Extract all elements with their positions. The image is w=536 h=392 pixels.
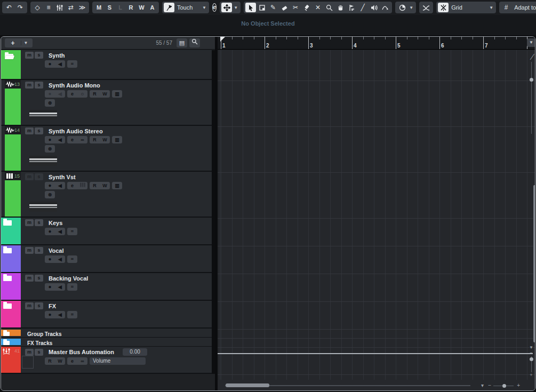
snap-type-value[interactable]: Grid: [449, 4, 487, 11]
mute-button[interactable]: m: [25, 349, 34, 356]
hand-tool[interactable]: [335, 3, 346, 12]
color-tool-dropdown-icon[interactable]: ▼: [408, 5, 414, 10]
record-enable-button[interactable]: ●: [45, 311, 55, 318]
record-enable-button[interactable]: ●: [45, 182, 55, 189]
track-row-fx-tracks[interactable]: FX Tracks: [1, 338, 215, 347]
solo-button[interactable]: s: [35, 127, 43, 134]
edit-instrument-button[interactable]: [77, 182, 87, 189]
track-row-fx[interactable]: m s FX ●◀ =: [1, 301, 215, 329]
show-lanes-button[interactable]: ▥: [112, 90, 122, 98]
track-name[interactable]: Backing Vocal: [49, 275, 88, 282]
suspend-automation-button[interactable]: A: [147, 4, 157, 11]
automation-parameter-select[interactable]: Volume: [90, 357, 146, 365]
automation-panel-button[interactable]: e: [212, 3, 217, 12]
channel-strip-button[interactable]: =: [67, 60, 77, 68]
monitor-button[interactable]: ◀: [55, 228, 65, 235]
mute-button[interactable]: m: [25, 302, 34, 309]
track-row-keys[interactable]: m s Keys ●◀ =: [1, 218, 215, 245]
timeline-ruler[interactable]: 1 2 3 4 5 6 7 ▼: [218, 37, 535, 50]
record-enable-button[interactable]: ●: [45, 283, 55, 291]
record-enable-button[interactable]: ●: [45, 90, 55, 98]
track-color-strip[interactable]: [1, 245, 21, 272]
solo-button[interactable]: s: [35, 275, 43, 282]
automation-mode-icon[interactable]: [164, 3, 174, 12]
track-height-preset-icon[interactable]: ▾: [528, 345, 534, 350]
edit-channel-button[interactable]: e: [67, 182, 77, 189]
horizontal-zoom-thumb[interactable]: [502, 384, 506, 388]
mute-button[interactable]: m: [25, 82, 34, 89]
track-name[interactable]: FX: [49, 303, 56, 309]
skip-icon[interactable]: ≫: [77, 3, 87, 12]
mute-button[interactable]: m: [25, 173, 34, 180]
zoom-preset-dropdown-icon[interactable]: ▾: [481, 382, 484, 388]
grid-type-value[interactable]: Adapt to Zoom: [512, 4, 536, 11]
snap-type-dropdown-icon[interactable]: ▼: [488, 5, 494, 10]
read-automation-button[interactable]: R: [45, 357, 55, 365]
solo-button[interactable]: s: [35, 219, 43, 226]
track-color-strip[interactable]: [1, 301, 21, 327]
autoscroll-dropdown-icon[interactable]: ▼: [233, 5, 239, 10]
horizontal-scrollbar-thumb[interactable]: [226, 383, 269, 387]
vertical-zoom-in-icon[interactable]: +: [528, 372, 534, 378]
monitor-button[interactable]: ◀: [55, 255, 65, 263]
track-row-master-bus-automation[interactable]: 41 m s Master Bus Automation 0.00 RW e∞ …: [1, 347, 215, 374]
automation-mode-value[interactable]: Touch: [175, 4, 201, 11]
snap-icon[interactable]: [438, 3, 449, 12]
folder-icon[interactable]: [3, 220, 12, 226]
vertical-zoom-out-icon[interactable]: −: [528, 350, 534, 355]
glue-tool[interactable]: [301, 3, 312, 12]
time-warp-tool[interactable]: [346, 3, 357, 12]
channel-strip-button[interactable]: =: [67, 283, 77, 291]
add-track-dropdown-icon[interactable]: ▼: [21, 41, 30, 45]
track-name[interactable]: Synth Vst: [49, 174, 76, 180]
track-name[interactable]: Keys: [49, 220, 62, 226]
monitor-button[interactable]: ◀: [55, 60, 65, 68]
monitor-button[interactable]: ◀: [55, 90, 65, 98]
zoom-tool[interactable]: [324, 3, 334, 12]
track-color-strip[interactable]: [1, 50, 21, 79]
track-name[interactable]: Synth Audio Mono: [49, 82, 100, 89]
track-row-backing-vocal[interactable]: m s Backing Vocal ●◀ =: [1, 273, 215, 301]
solo-all-button[interactable]: S: [105, 4, 115, 11]
solo-button[interactable]: s: [35, 247, 43, 254]
mute-button[interactable]: m: [25, 247, 34, 254]
vertical-scrollbar-thumb[interactable]: [533, 185, 535, 342]
automation-curve[interactable]: [218, 353, 533, 354]
find-track-icon[interactable]: [189, 38, 200, 47]
solo-button[interactable]: s: [35, 349, 43, 356]
record-enable-button[interactable]: ●: [45, 228, 55, 235]
write-automation-button[interactable]: W: [100, 136, 110, 143]
edit-channel-button[interactable]: e: [67, 90, 77, 98]
track-row-vocal[interactable]: m s Vocal ●◀ =: [1, 245, 215, 273]
record-enable-button[interactable]: ●: [45, 60, 55, 68]
ruler-options-icon[interactable]: ▼: [527, 38, 535, 47]
event-display[interactable]: ╱ ▾ − +: [218, 50, 535, 380]
folder-icon[interactable]: [3, 332, 10, 336]
channel-strip-button[interactable]: =: [67, 255, 77, 263]
track-versions-icon[interactable]: ◇: [32, 3, 43, 12]
track-color-strip[interactable]: 14: [5, 126, 21, 171]
track-name[interactable]: Synth Audio Stereo: [49, 128, 103, 134]
track-row-synth-audio-stereo[interactable]: 14 m s Synth Audio Stereo ●◀ e∞ RW ▥ ⊗: [1, 126, 215, 172]
plus-icon[interactable]: +: [5, 39, 21, 47]
track-name[interactable]: Vocal: [49, 247, 64, 254]
folder-open-icon[interactable]: [5, 54, 13, 59]
monitor-button[interactable]: ◀: [55, 136, 65, 143]
waveform-zoom-slider[interactable]: [531, 62, 532, 134]
object-selection-tool[interactable]: [245, 3, 256, 12]
solo-button[interactable]: s: [35, 52, 43, 59]
freeze-button[interactable]: o: [77, 90, 87, 98]
mute-button[interactable]: m: [25, 52, 34, 59]
edit-channel-button[interactable]: e: [67, 357, 77, 365]
monitor-button[interactable]: ◀: [55, 311, 65, 318]
track-color-strip[interactable]: [1, 330, 21, 336]
track-row-group-tracks[interactable]: Group Tracks: [1, 329, 215, 338]
track-name[interactable]: Synth: [49, 52, 65, 59]
mute-button[interactable]: m: [25, 275, 34, 282]
horizontal-zoom-out-icon[interactable]: −: [488, 382, 491, 388]
mute-button[interactable]: m: [25, 127, 34, 134]
folder-icon[interactable]: [3, 276, 12, 281]
track-visibility-icon[interactable]: ▤: [177, 38, 187, 47]
inserts-state-button[interactable]: ⊗: [45, 145, 55, 153]
track-color-strip[interactable]: [1, 339, 21, 345]
